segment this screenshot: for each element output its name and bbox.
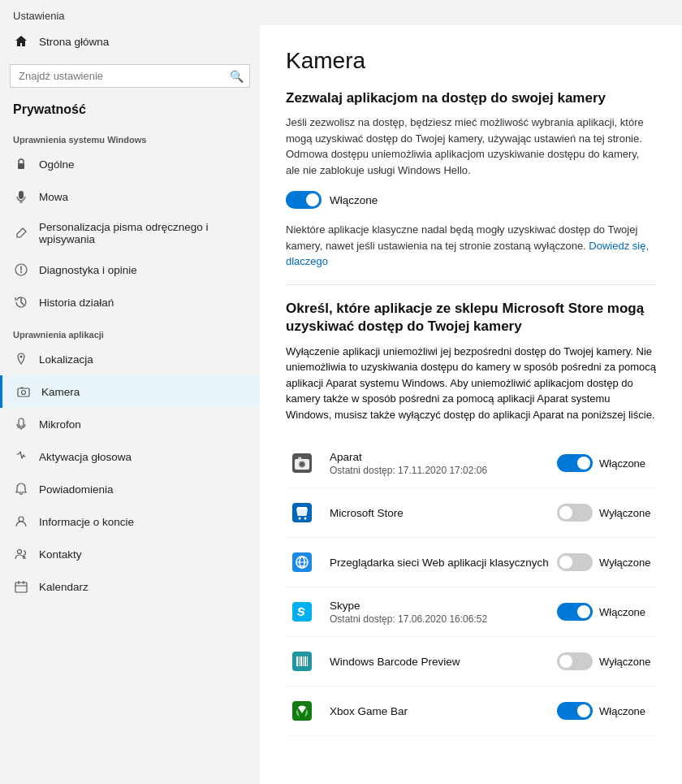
search-icon: 🔍	[230, 70, 244, 83]
app-name-windows-barcode: Windows Barcode Preview	[330, 656, 557, 668]
svg-rect-23	[303, 656, 304, 666]
section2-title: Określ, które aplikacje ze sklepu Micros…	[286, 300, 656, 336]
sidebar: Strona główna 🔍 Prywatność Uprawnienia s…	[0, 25, 260, 784]
sidebar-item-lokalizacja[interactable]: Lokalizacja	[0, 343, 260, 375]
privacy-header: Prywatność	[0, 97, 260, 123]
app-info-przegladarka: Przeglądarka sieci Web aplikacji klasycz…	[330, 557, 557, 569]
app-toggle-area-microsoft-store: Wyłączone	[557, 504, 656, 522]
svg-point-13	[299, 518, 301, 520]
calendar-icon	[13, 578, 29, 595]
app-info-skype: Skype Ostatni dostęp: 17.06.2020 16:06:5…	[330, 600, 557, 625]
app-row-microsoft-store: Microsoft Store Wyłączone	[286, 488, 656, 538]
divider	[286, 284, 656, 285]
camera-sidebar-icon	[15, 383, 32, 400]
svg-rect-0	[18, 163, 24, 169]
toggle-knob-przegladarka	[559, 556, 572, 569]
sidebar-kalendarz-label: Kalendarz	[39, 581, 88, 593]
lock-icon	[13, 156, 29, 172]
sidebar-ogolne-label: Ogólne	[39, 158, 75, 171]
sidebar-item-diagnostyka[interactable]: Diagnostyka i opinie	[0, 253, 260, 286]
app-toggle-area-windows-barcode: Wyłączone	[557, 652, 656, 670]
app-toggle-xbox-game-bar[interactable]	[557, 702, 593, 720]
main-camera-toggle[interactable]	[286, 191, 322, 209]
sidebar-item-home[interactable]: Strona główna	[0, 25, 260, 58]
app-toggle-windows-barcode[interactable]	[557, 652, 593, 670]
title-bar: Ustawienia	[0, 0, 682, 25]
app-toggle-microsoft-store[interactable]	[557, 504, 593, 522]
toggle-knob-windows-barcode	[559, 655, 572, 668]
app-toggle-label-windows-barcode: Wyłączone	[599, 656, 656, 668]
svg-rect-20	[296, 656, 298, 666]
feedback-icon	[13, 262, 29, 278]
toggle-knob-microsoft-store	[559, 506, 572, 519]
app-icon-microsoft-store	[286, 496, 318, 529]
svg-point-4	[22, 391, 26, 395]
svg-rect-22	[300, 656, 302, 666]
toggle-knob-xbox-game-bar	[577, 704, 590, 717]
main-content: Kamera Zezwalaj aplikacjom na dostęp do …	[260, 25, 682, 784]
svg-point-6	[18, 550, 22, 554]
app-icon-przegladarka	[286, 546, 318, 578]
sidebar-item-personalizacja[interactable]: Personalizacja pisma odręcznego i wpisyw…	[0, 213, 260, 253]
section1-desc: Jeśli zezwolisz na dostęp, będziesz mieć…	[286, 115, 656, 178]
sidebar-item-aktywacja[interactable]: Aktywacja głosowa	[0, 440, 260, 473]
toggle-knob-aparat	[577, 457, 590, 470]
app-icon-skype	[286, 596, 318, 628]
app-toggle-przegladarka[interactable]	[557, 553, 593, 571]
app-row-windows-barcode: Windows Barcode Preview Wyłączone	[286, 637, 656, 687]
svg-rect-21	[299, 656, 300, 666]
account-icon	[13, 513, 29, 530]
sidebar-home-label: Strona główna	[39, 36, 109, 48]
sidebar-item-kalendarz[interactable]: Kalendarz	[0, 570, 260, 603]
search-input[interactable]	[10, 64, 250, 88]
location-icon	[13, 351, 29, 367]
app-toggle-skype[interactable]	[557, 603, 593, 621]
app-icon-aparat	[286, 447, 318, 479]
app-toggle-label-xbox-game-bar: Włączone	[599, 705, 656, 717]
app-name-xbox-game-bar: Xbox Game Bar	[330, 705, 557, 717]
pen-icon	[13, 225, 29, 241]
app-name-aparat: Aparat	[330, 451, 557, 463]
app-section-title: Uprawnienia aplikacji	[0, 318, 260, 343]
sidebar-powiadomienia-label: Powiadomienia	[39, 483, 114, 496]
app-info-aparat: Aparat Ostatni dostęp: 17.11.2020 17:02:…	[330, 451, 557, 476]
sidebar-item-powiadomienia[interactable]: Powiadomienia	[0, 473, 260, 505]
app-toggle-aparat[interactable]	[557, 454, 593, 472]
toggle-knob	[306, 193, 319, 206]
toggle-knob-skype	[577, 605, 590, 618]
app-icon-xbox-game-bar	[286, 695, 318, 727]
svg-rect-7	[15, 583, 27, 592]
sidebar-item-informacje[interactable]: Informacje o koncie	[0, 505, 260, 538]
section2-desc: Wyłączenie aplikacji uniemożliwi jej bez…	[286, 344, 656, 423]
app-name-skype: Skype	[330, 600, 557, 612]
sidebar-item-mikrofon[interactable]: Mikrofon	[0, 408, 260, 440]
sidebar-search-container: 🔍	[10, 64, 250, 88]
sidebar-item-historia[interactable]: Historia działań	[0, 286, 260, 318]
sidebar-item-ogolne[interactable]: Ogólne	[0, 148, 260, 180]
app-row-skype: Skype Ostatni dostęp: 17.06.2020 16:06:5…	[286, 587, 656, 637]
page-title: Kamera	[286, 48, 656, 74]
note-content: Niektóre aplikacje klasyczne nadal będą …	[286, 223, 637, 252]
app-info-xbox-game-bar: Xbox Game Bar	[330, 705, 557, 717]
app-toggle-label-microsoft-store: Wyłączone	[599, 507, 656, 519]
app-toggle-area-skype: Włączone	[557, 603, 656, 621]
app-icon-windows-barcode	[286, 645, 318, 678]
svg-rect-25	[307, 656, 308, 666]
speech-icon	[13, 188, 29, 205]
main-toggle-row: Włączone	[286, 191, 656, 209]
sidebar-item-mowa[interactable]: Mowa	[0, 180, 260, 213]
app-name-microsoft-store: Microsoft Store	[330, 507, 557, 519]
sidebar-item-kamera[interactable]: Kamera	[0, 375, 260, 408]
app-info-microsoft-store: Microsoft Store	[330, 507, 557, 519]
history-icon	[13, 294, 29, 310]
main-toggle-label: Włączone	[330, 194, 378, 206]
app-toggle-area-aparat: Włączone	[557, 454, 656, 472]
app-row-xbox-game-bar: Xbox Game Bar Włączone	[286, 687, 656, 736]
sidebar-kontakty-label: Kontakty	[39, 548, 82, 561]
sidebar-item-kontakty[interactable]: Kontakty	[0, 538, 260, 570]
sidebar-lokalizacja-label: Lokalizacja	[39, 353, 93, 366]
sidebar-aktywacja-label: Aktywacja głosowa	[39, 451, 132, 463]
mic-icon	[13, 416, 29, 432]
app-name-przegladarka: Przeglądarka sieci Web aplikacji klasycz…	[330, 557, 557, 569]
svg-rect-24	[304, 656, 306, 666]
